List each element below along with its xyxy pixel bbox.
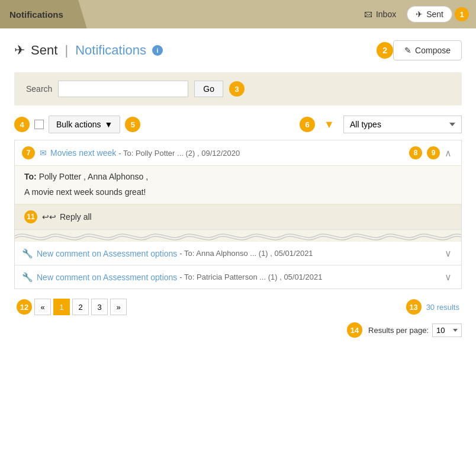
top-nav-title: Notifications [0,0,87,28]
to-label: To: [24,172,37,181]
sent-label: Sent [426,9,443,19]
toolbar-row: 4 Bulk actions ▼ 5 6 ▼ All types Message… [14,115,462,134]
bulk-actions-chevron-icon: ▼ [104,120,112,129]
page-2-button[interactable]: 2 [72,299,89,315]
sent-button[interactable]: ✈ Sent [407,6,452,23]
results-per-page-badge-14: 14 [347,322,362,338]
bulk-actions-label: Bulk actions [56,120,101,129]
notif-expand-button-2[interactable]: ∨ [442,248,454,259]
top-nav-right: 🖂 Inbox ✈ Sent 1 [356,6,476,23]
page-content: ✈ Sent | Notifications i 2 ✎ Compose Sea… [0,28,476,350]
reply-all-button[interactable]: ↩↩ Reply all [42,212,92,222]
notif-meta-1: - To: Polly Potter ... (2) , 09/12/2020 [118,149,240,158]
toolbar-badge-6: 6 [300,117,315,132]
top-nav-badge: 1 [455,7,469,21]
tool-icon-3: 🔧 [22,272,33,283]
results-per-page: Results per page: 10 20 50 100 [368,324,462,337]
reply-all-icon: ↩↩ [42,212,56,222]
notif-footer-1: 11 ↩↩ Reply all [15,204,461,229]
notif-expand-button-3[interactable]: ∨ [442,271,454,283]
pagination-badge-12: 12 [17,299,32,315]
notification-header-1[interactable]: 7 ✉ Movies next week - To: Polly Potter … [15,140,461,165]
notif-meta-3: - To: Patricia Patterson ... (1) , 05/01… [179,273,322,281]
page-title: Sent | Notifications [31,43,146,58]
notif-title-1[interactable]: Movies next week [50,148,116,158]
bulk-actions-button[interactable]: Bulk actions ▼ [49,116,120,133]
page-header-left: ✈ Sent | Notifications i [14,43,377,58]
title-notifications: Notifications [75,43,146,57]
search-bar: Search Go 3 [14,72,462,105]
select-all-checkbox[interactable] [34,120,44,129]
filter-icon: ▼ [324,118,335,131]
notification-header-3[interactable]: 🔧 New comment on Assessment options - To… [15,265,461,289]
notification-item-2: 🔧 New comment on Assessment options - To… [15,242,461,265]
notification-header-2[interactable]: 🔧 New comment on Assessment options - To… [15,242,461,265]
notif-badge-7: 7 [22,146,35,159]
notif-meta-2: - To: Anna Alphonso ... (1) , 05/01/2021 [179,249,313,258]
notif-title-3[interactable]: New comment on Assessment options [37,273,177,282]
compose-badge: 2 [377,42,393,59]
sent-title-icon: ✈ [14,43,25,58]
notif-collapse-button-1[interactable]: ∧ [442,148,454,159]
notif-envelope-icon: ✉ [40,148,47,158]
page-header: ✈ Sent | Notifications i 2 ✎ Compose [14,40,462,60]
notification-item-3: 🔧 New comment on Assessment options - To… [15,265,461,289]
search-label: Search [26,84,52,94]
notifications-list: 7 ✉ Movies next week - To: Polly Potter … [14,140,462,289]
inbox-button[interactable]: 🖂 Inbox [356,7,404,22]
wavy-divider [15,230,461,242]
notif-badge-9: 9 [427,146,440,159]
info-icon[interactable]: i [152,45,163,56]
notification-item-1: 7 ✉ Movies next week - To: Polly Potter … [15,140,461,230]
per-page-select[interactable]: 10 20 50 100 [432,324,462,337]
top-nav: Notifications 🖂 Inbox ✈ Sent 1 [0,0,476,28]
notif-badge-8: 8 [409,146,422,159]
prev-page-button[interactable]: « [34,299,51,315]
compose-button[interactable]: ✎ Compose [393,40,462,60]
pagination-row: 12 « 1 2 3 » 13 30 results [14,299,462,315]
go-button[interactable]: Go [194,81,223,97]
toolbar-badge-5: 5 [125,117,140,132]
page-1-button[interactable]: 1 [53,299,70,315]
title-sent: Sent [31,43,57,57]
results-row: 14 Results per page: 10 20 50 100 [14,322,462,338]
sent-icon: ✈ [416,9,423,19]
tool-icon-2: 🔧 [22,248,33,259]
notif-title-2[interactable]: New comment on Assessment options [37,249,177,258]
compose-icon: ✎ [404,46,411,55]
compose-label: Compose [415,46,451,55]
results-per-page-label: Results per page: [368,326,429,335]
results-count: 30 results [426,303,459,312]
title-separator: | [65,43,68,57]
filter-icon-wrap: ▼ [320,115,339,134]
results-badge-13: 13 [406,299,422,315]
page-3-button[interactable]: 3 [91,299,108,315]
search-step-badge: 3 [229,81,245,97]
notif-body-1: A movie next week sounds great! [15,185,461,204]
inbox-icon: 🖂 [364,9,372,19]
toolbar-badge-4: 4 [14,117,30,132]
notif-badge-11: 11 [24,210,37,223]
nav-title-text: Notifications [9,9,63,20]
pagination-left: 12 « 1 2 3 » [17,299,127,315]
next-page-button[interactable]: » [110,299,127,315]
filter-type-select[interactable]: All types Messages Alerts Updates [343,116,462,133]
search-input[interactable] [58,81,188,97]
notif-to-header-1: To: Polly Potter , Anna Alphonso , [15,166,461,185]
reply-all-label: Reply all [60,212,92,222]
inbox-label: Inbox [376,9,396,19]
notif-recipients-1: Polly Potter , Anna Alphonso , [39,172,148,181]
notif-expanded-1: To: Polly Potter , Anna Alphonso , A mov… [15,165,461,229]
